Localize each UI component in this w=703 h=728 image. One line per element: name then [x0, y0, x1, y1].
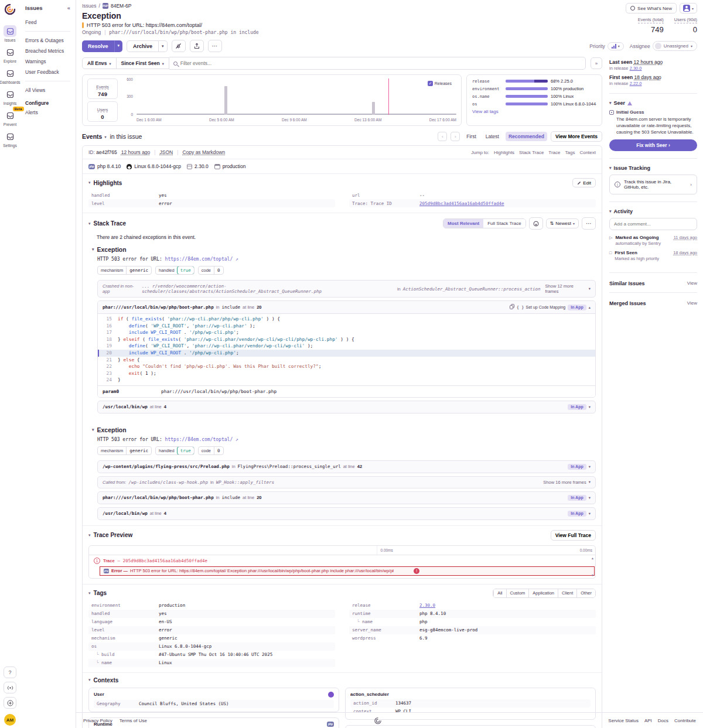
broadcast-button[interactable]	[4, 682, 16, 693]
next-event-button[interactable]: ›	[451, 132, 460, 141]
jump-link[interactable]: Trace	[548, 150, 560, 155]
first-seen-time[interactable]: 18 days ago	[634, 74, 661, 80]
breadcrumb-issues[interactable]: Issues	[82, 3, 97, 9]
footer-link[interactable]: Privacy Policy	[83, 718, 112, 723]
collapse-tags-icon[interactable]: ▾	[88, 591, 91, 596]
users-stat[interactable]: Users 0	[87, 101, 118, 122]
search-input[interactable]	[180, 60, 581, 66]
sidebar-item-all-views[interactable]: All Views	[25, 85, 70, 95]
breadcrumb-issue-id[interactable]: 84EM-6P	[111, 3, 131, 9]
view-all-tags-link[interactable]: View all tags	[472, 109, 596, 114]
exception-url-link[interactable]: https://84em.com/toptal/	[165, 437, 233, 442]
latest-event-button[interactable]: Latest	[483, 132, 502, 141]
mute-button[interactable]	[172, 40, 186, 52]
tag-breakdown-row[interactable]: release68% 2.25.0	[472, 78, 596, 84]
user-menu-button[interactable]: ▾	[680, 3, 697, 13]
event-bars[interactable]	[136, 80, 456, 115]
sidebar-item[interactable]: User Feedback	[25, 67, 70, 77]
last-seen-time[interactable]: 12 hours ago	[634, 59, 663, 65]
view-full-trace-button[interactable]: View Full Trace	[551, 530, 596, 541]
jump-link[interactable]: Stack Trace	[519, 150, 544, 155]
rail-item[interactable]: Explore	[0, 46, 21, 63]
frame-header[interactable]: phar:///usr/local/bin/wp/php/boot-phar.p…	[98, 301, 595, 314]
code-line[interactable]: 22 echo "Couldn't find 'php/wp-cli.php'.…	[98, 363, 595, 370]
similar-issues-view-link[interactable]: View	[687, 281, 697, 286]
collapse-activity-icon[interactable]: ▾	[609, 209, 612, 214]
resolve-button[interactable]: Resolve ▾	[82, 40, 122, 52]
last-seen-release-link[interactable]: 2.30.0	[630, 66, 642, 71]
tag-chip[interactable]: php php 8.4.10	[88, 163, 121, 169]
frame-row[interactable]: Called from: /wp-includes/class-wp-hook.…	[97, 476, 596, 488]
rail-item[interactable]: Settings	[0, 131, 21, 148]
collapse-sidebar-button[interactable]: »	[591, 57, 602, 69]
trace-error-row[interactable]: php Error — HTTP 503 error for URL: http…	[100, 566, 595, 576]
prev-event-button[interactable]: ‹	[438, 132, 447, 141]
tag-breakdown-row[interactable]: os.name100% Linux	[472, 94, 596, 99]
external-link-icon[interactable]: ↗	[236, 257, 238, 262]
sidebar-item[interactable]: Errors & Outages	[25, 35, 70, 46]
sidebar-collapse-icon[interactable]: «	[67, 5, 70, 11]
edit-highlights-button[interactable]: Edit	[572, 178, 596, 187]
stacktrace-options-button[interactable]: ⋯	[582, 217, 596, 230]
footer-link[interactable]: Docs	[658, 718, 668, 723]
rail-item[interactable]: Beta Prevent	[0, 110, 21, 127]
most-relevant-toggle[interactable]: Most Relevant	[443, 219, 483, 228]
show-more-frames-link[interactable]: Show 16 more frames	[543, 480, 586, 485]
assignee-select[interactable]: Unassigned ▾	[653, 41, 697, 51]
collapse-frame-icon[interactable]: ▴	[589, 305, 591, 310]
copy-markdown-link[interactable]: Copy as Markdown	[182, 149, 225, 155]
code-line[interactable]: 18} elseif ( file_exists( 'phar://wp-cli…	[98, 336, 595, 343]
jump-link[interactable]: Tags	[565, 150, 575, 155]
code-line[interactable]: 17 include WP_CLI_ROOT . '/php/wp-cli.ph…	[98, 329, 595, 336]
recommended-event-button[interactable]: Recommended	[506, 132, 547, 141]
collapse-stacktrace-icon[interactable]: ▾	[88, 221, 91, 226]
frame-row[interactable]: /usr/local/bin/wp at line 4 In App ▾	[97, 507, 596, 520]
code-line[interactable]: 21} else {	[98, 357, 595, 364]
external-link-icon[interactable]: ↗	[236, 437, 238, 442]
github-icon[interactable]	[529, 217, 543, 230]
code-line[interactable]: 16 define( 'WP_CLI_ROOT', 'phar://wp-cli…	[98, 323, 595, 330]
tag-filter-button[interactable]: All	[493, 589, 506, 597]
tag-filter-button[interactable]: Client	[558, 589, 576, 597]
collapse-highlights-icon[interactable]: ▾	[88, 180, 91, 185]
full-stacktrace-toggle[interactable]: Full Stack Trace	[483, 219, 525, 228]
env-filter[interactable]: All Envs▾	[82, 57, 117, 69]
json-link[interactable]: JSON	[160, 149, 173, 155]
archive-button[interactable]: Archive ▾	[122, 40, 168, 52]
release-marker[interactable]	[388, 78, 389, 115]
merged-issues-view-link[interactable]: View	[687, 300, 697, 306]
tag-filter-button[interactable]: Application	[528, 589, 558, 597]
tag-breakdown-row[interactable]: environment100% production	[472, 86, 596, 91]
events-stat[interactable]: Events 749	[87, 78, 118, 99]
priority-select[interactable]: ▾	[608, 42, 624, 50]
frame-row[interactable]: /wp-content/plugins/flying-press/src/Pre…	[97, 460, 596, 473]
whats-new-button[interactable]: See What's New	[626, 3, 677, 13]
jump-link[interactable]: Context	[579, 150, 596, 155]
first-seen-release-link[interactable]: 2.22.0	[630, 81, 642, 86]
footer-link[interactable]: API	[644, 718, 652, 723]
sidebar-item[interactable]: Breached Metrics	[25, 46, 70, 56]
rail-item[interactable]: Insights	[0, 88, 21, 105]
more-actions-button[interactable]: ⋯	[208, 40, 222, 52]
releases-toggle[interactable]: ✓ Releases	[428, 81, 452, 86]
first-event-button[interactable]: First	[463, 132, 479, 141]
event-bar[interactable]	[372, 102, 375, 115]
code-mapping-button[interactable]: { }Set up Code Mapping	[517, 305, 565, 310]
share-button[interactable]	[190, 40, 204, 52]
footer-link[interactable]: Contribute	[674, 718, 696, 723]
collapsed-frames-row[interactable]: Crashed in non-app ... r/vendor/woocomme…	[97, 280, 596, 298]
frame-row[interactable]: /usr/local/bin/wp at line 4 In App ▾	[97, 401, 596, 413]
collapse-contexts-icon[interactable]: ▾	[88, 678, 91, 682]
trace-root-row[interactable]: 1 Trace — 205d9d8bc3ad4156aa16ab4d50ffad…	[89, 555, 595, 566]
avatar[interactable]: AM	[4, 714, 16, 726]
show-more-frames-link[interactable]: Show 12 more frames	[545, 283, 586, 294]
resolve-dropdown[interactable]: ▾	[114, 40, 123, 52]
exception-url-link[interactable]: https://84em.com/toptal/	[165, 257, 233, 262]
sentry-logo-icon[interactable]	[4, 2, 16, 15]
footer-link[interactable]: Service Status	[608, 718, 639, 723]
sidebar-item-feed[interactable]: Feed	[25, 17, 70, 28]
add-button[interactable]	[4, 697, 16, 709]
help-button[interactable]: ?	[4, 667, 16, 678]
code-line[interactable]: 19 define( 'WP_CLI_ROOT', 'phar://wp-cli…	[98, 343, 595, 350]
code-line[interactable]: 15if ( file_exists( 'phar://wp-cli.phar/…	[98, 316, 595, 323]
